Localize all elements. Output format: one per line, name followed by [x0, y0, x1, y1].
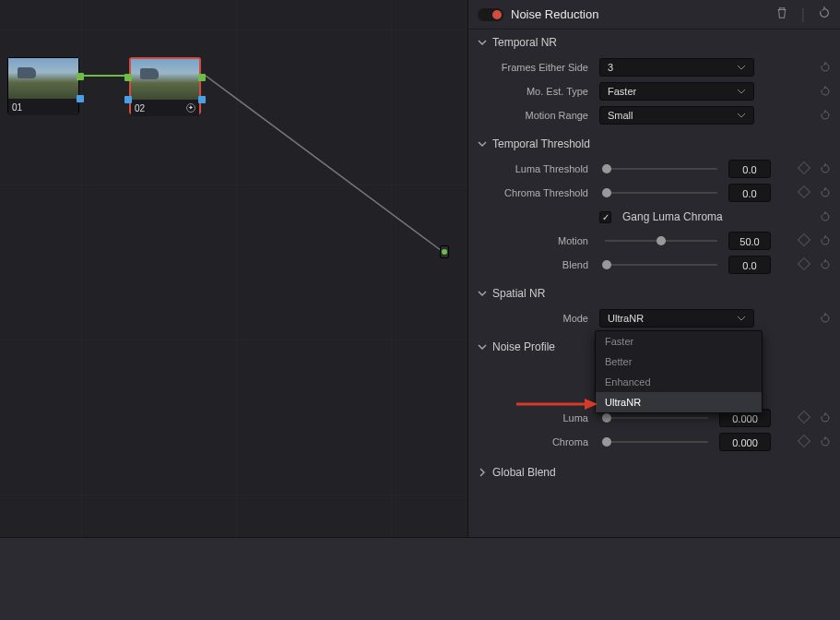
row-frames-either-side: Frames Either Side 3: [478, 55, 831, 79]
node-01[interactable]: 01: [7, 57, 79, 114]
profile-chroma-label: Chroma: [478, 436, 594, 447]
luma-threshold-slider[interactable]: [605, 168, 717, 170]
motion-slider[interactable]: [605, 240, 717, 242]
row-blend: Blend 0.0: [478, 253, 831, 277]
node-02-in-key[interactable]: [124, 96, 132, 103]
node-02-label: 02: [135, 103, 145, 113]
keyframe-icon[interactable]: [798, 257, 810, 270]
node-02-out-key[interactable]: [198, 96, 206, 103]
node-02[interactable]: 02 ✦: [129, 57, 201, 114]
node-02-label-row: 02 ✦: [131, 100, 199, 116]
reset-icon[interactable]: [820, 436, 831, 447]
chevron-down-icon: [737, 87, 746, 96]
reset-icon[interactable]: [820, 86, 831, 97]
motion-range-label: Motion Range: [478, 110, 594, 121]
reset-icon[interactable]: [820, 163, 831, 174]
section-temporal-threshold-label: Temporal Threshold: [492, 137, 590, 150]
inspector-panel: Noise Reduction | Temporal NR Frames Eit…: [468, 0, 840, 537]
annotation-arrow: [516, 397, 599, 411]
svg-marker-3: [585, 399, 597, 410]
row-mode: Mode UltraNR: [478, 306, 831, 330]
row-profile-chroma: Chroma 0.000: [478, 430, 831, 454]
chevron-down-icon: [478, 38, 487, 47]
mode-option-enhanced[interactable]: Enhanced: [596, 372, 762, 392]
reset-icon[interactable]: [820, 110, 831, 121]
chevron-down-icon: [737, 314, 746, 323]
luma-threshold-input[interactable]: 0.0: [728, 160, 771, 178]
node-01-label: 01: [12, 102, 22, 113]
frames-label: Frames Either Side: [478, 62, 594, 73]
panel-enable-toggle[interactable]: [478, 8, 503, 21]
blend-input[interactable]: 0.0: [728, 256, 771, 274]
mode-label: Mode: [478, 313, 594, 324]
mode-option-ultranr[interactable]: UltraNR: [596, 392, 762, 412]
reset-icon[interactable]: [820, 313, 831, 324]
blend-slider[interactable]: [605, 264, 717, 266]
reset-icon[interactable]: [820, 62, 831, 73]
chevron-right-icon: [478, 468, 487, 477]
chevron-down-icon: [478, 289, 487, 298]
node-01-thumb: [8, 58, 78, 99]
reset-icon[interactable]: [820, 259, 831, 270]
svg-line-1: [206, 76, 442, 251]
mo-est-dropdown[interactable]: Faster: [599, 82, 754, 101]
blend-label: Blend: [478, 259, 594, 270]
mode-option-better[interactable]: Better: [596, 352, 762, 372]
section-temporal-nr[interactable]: Temporal NR: [478, 30, 831, 55]
section-spatial-nr-label: Spatial NR: [492, 287, 545, 300]
profile-chroma-input[interactable]: 0.000: [719, 433, 771, 451]
bottom-area: [0, 537, 840, 620]
chroma-threshold-input[interactable]: 0.0: [728, 184, 771, 202]
keyframe-icon[interactable]: [798, 161, 810, 174]
reset-all-icon[interactable]: [818, 6, 831, 19]
panel-header: Noise Reduction |: [468, 0, 840, 30]
reset-icon[interactable]: [820, 235, 831, 246]
profile-chroma-slider[interactable]: [605, 441, 708, 443]
node-02-out-video[interactable]: [198, 74, 206, 81]
node-01-out-video[interactable]: [77, 73, 84, 80]
motion-label: Motion: [478, 235, 594, 246]
trash-icon[interactable]: [775, 6, 788, 19]
mode-option-faster[interactable]: Faster: [596, 331, 762, 352]
node-02-fx-icon: ✦: [186, 103, 195, 113]
profile-luma-label: Luma: [478, 412, 594, 423]
node-01-out-key[interactable]: [77, 95, 84, 102]
node-02-thumb: [131, 59, 199, 100]
row-gang: ✓ Gang Luma Chroma: [478, 205, 831, 229]
node-graph-panel[interactable]: 01 02 ✦: [0, 0, 468, 537]
section-global-blend-label: Global Blend: [492, 466, 556, 479]
reset-icon[interactable]: [820, 412, 831, 423]
reset-icon[interactable]: [820, 187, 831, 198]
chevron-down-icon: [737, 111, 746, 120]
keyframe-icon[interactable]: [798, 435, 810, 447]
node-01-label-row: 01: [8, 99, 78, 115]
section-temporal-nr-label: Temporal NR: [492, 36, 557, 49]
chevron-down-icon: [478, 342, 487, 352]
frames-value: 3: [608, 62, 613, 73]
output-node[interactable]: [440, 245, 449, 258]
luma-threshold-label: Luma Threshold: [478, 163, 594, 174]
motion-range-dropdown[interactable]: Small: [599, 106, 754, 125]
mode-dropdown[interactable]: UltraNR: [599, 309, 754, 328]
node-link-2: [206, 74, 445, 258]
frames-dropdown[interactable]: 3: [599, 58, 754, 77]
chevron-down-icon: [737, 63, 746, 72]
section-spatial-nr[interactable]: Spatial NR: [478, 280, 831, 306]
gang-label: Gang Luma Chroma: [622, 210, 723, 223]
section-temporal-threshold[interactable]: Temporal Threshold: [478, 131, 831, 157]
keyframe-icon[interactable]: [798, 411, 810, 423]
node-02-in-video[interactable]: [124, 74, 132, 81]
keyframe-icon[interactable]: [798, 233, 810, 246]
mo-est-label: Mo. Est. Type: [478, 86, 594, 97]
chroma-threshold-slider[interactable]: [605, 192, 717, 194]
mo-est-value: Faster: [608, 86, 636, 97]
keyframe-icon[interactable]: [798, 185, 810, 198]
reset-icon[interactable]: [820, 211, 831, 222]
section-global-blend[interactable]: Global Blend: [478, 459, 831, 485]
motion-input[interactable]: 50.0: [728, 232, 771, 250]
gang-checkbox[interactable]: ✓: [599, 211, 611, 223]
profile-luma-slider[interactable]: [605, 417, 708, 419]
row-motion: Motion 50.0: [478, 229, 831, 253]
panel-title: Noise Reduction: [511, 7, 768, 21]
row-chroma-threshold: Chroma Threshold 0.0: [478, 181, 831, 205]
